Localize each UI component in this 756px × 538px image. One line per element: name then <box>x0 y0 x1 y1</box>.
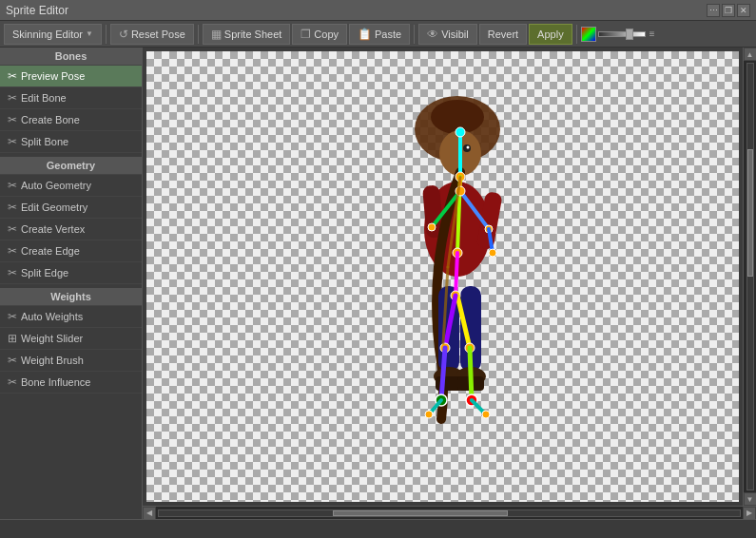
copy-btn[interactable]: Copy <box>292 24 347 45</box>
canvas-content <box>146 51 739 502</box>
scroll-down-btn[interactable]: ▼ <box>744 492 757 506</box>
paste-icon <box>358 28 372 41</box>
edit-bone-btn[interactable]: ✂ Edit Bone <box>0 87 142 109</box>
revert-label: Revert <box>488 29 518 40</box>
svg-point-4 <box>466 146 469 149</box>
status-bar <box>0 519 756 538</box>
geometry-section: Geometry ✂ Auto Geometry ✂ Edit Geometry… <box>0 157 142 284</box>
skinning-editor-btn[interactable]: Skinning Editor ▼ <box>4 24 102 45</box>
left-panel: Bones ✂ Preview Pose ✂ Edit Bone ✂ Creat… <box>0 48 143 519</box>
scroll-right-btn[interactable]: ▶ <box>743 507 756 520</box>
title-bar: Sprite Editor ⋯ ❐ ✕ <box>0 0 756 21</box>
apply-btn[interactable]: Apply <box>529 24 572 45</box>
horizontal-scroll-track[interactable] <box>158 509 741 517</box>
split-bone-btn[interactable]: ✂ Split Bone <box>0 131 142 153</box>
split-bone-icon: ✂ <box>8 135 17 148</box>
visibility-label: Visibil <box>441 29 469 40</box>
horizontal-scrollbar[interactable]: ◀ ▶ <box>143 506 756 519</box>
svg-point-15 <box>456 127 465 137</box>
skinning-editor-label: Skinning Editor <box>12 29 83 40</box>
slider-thumb[interactable] <box>626 29 633 40</box>
character-svg <box>320 77 567 476</box>
auto-geometry-icon: ✂ <box>8 179 17 192</box>
sprite-sheet-label: Sprite Sheet <box>224 29 282 40</box>
minimize-btn[interactable]: ⋯ <box>707 4 720 17</box>
svg-point-38 <box>425 411 433 418</box>
weights-section: Weights ✂ Auto Weights ⊞ Weight Slider ✂… <box>0 288 142 394</box>
preview-pose-btn[interactable]: ✂ Preview Pose <box>0 66 142 87</box>
reset-icon <box>119 28 128 41</box>
visibility-btn[interactable]: Visibil <box>418 24 477 45</box>
close-btn[interactable]: ✕ <box>737 4 750 17</box>
slider-container <box>598 31 646 37</box>
eye-icon <box>427 28 438 41</box>
horizontal-scroll-thumb[interactable] <box>333 510 507 516</box>
vertical-scroll-track[interactable] <box>746 63 754 490</box>
expand-btn[interactable]: ≡ <box>648 29 657 39</box>
create-bone-btn[interactable]: ✂ Create Bone <box>0 109 142 131</box>
canvas-viewport[interactable] <box>146 51 739 502</box>
bone-influence-btn[interactable]: ✂ Bone Influence <box>0 372 142 394</box>
reset-pose-btn[interactable]: Reset Pose <box>110 24 194 45</box>
separator-1 <box>106 25 107 44</box>
create-edge-icon: ✂ <box>8 244 17 258</box>
create-vertex-btn[interactable]: ✂ Create Vertex <box>0 219 142 240</box>
svg-point-36 <box>482 411 490 418</box>
scroll-up-btn[interactable]: ▲ <box>744 48 757 61</box>
svg-line-19 <box>456 253 457 296</box>
bone-influence-icon: ✂ <box>8 375 17 389</box>
edit-geometry-btn[interactable]: ✂ Edit Geometry <box>0 197 142 219</box>
window-title: Sprite Editor <box>6 4 68 17</box>
slider-track[interactable] <box>598 31 646 37</box>
revert-btn[interactable]: Revert <box>479 24 527 45</box>
vertical-scroll-thumb[interactable] <box>747 149 753 277</box>
separator-4 <box>576 25 577 44</box>
sprite-sheet-icon <box>211 28 222 41</box>
apply-label: Apply <box>537 29 564 40</box>
svg-point-24 <box>489 249 496 257</box>
weights-section-header: Weights <box>0 288 142 306</box>
bones-section-header: Bones <box>0 48 142 66</box>
bones-section: Bones ✂ Preview Pose ✂ Edit Bone ✂ Creat… <box>0 48 142 153</box>
window-controls[interactable]: ⋯ ❐ ✕ <box>707 4 750 17</box>
create-edge-btn[interactable]: ✂ Create Edge <box>0 240 142 262</box>
edit-geometry-icon: ✂ <box>8 201 17 214</box>
weight-slider-btn[interactable]: ⊞ Weight Slider <box>0 328 142 350</box>
reset-pose-label: Reset Pose <box>131 29 185 40</box>
sprite-sheet-btn[interactable]: Sprite Sheet <box>203 24 291 45</box>
create-bone-icon: ✂ <box>8 113 17 126</box>
toolbar: Skinning Editor ▼ Reset Pose Sprite Shee… <box>0 21 756 48</box>
copy-label: Copy <box>314 29 339 40</box>
edit-bone-icon: ✂ <box>8 91 17 105</box>
auto-weights-btn[interactable]: ✂ Auto Weights <box>0 306 142 328</box>
vertical-scrollbar[interactable]: ▲ ▼ <box>743 48 756 506</box>
dropdown-arrow-icon: ▼ <box>86 29 93 38</box>
weight-slider-icon: ⊞ <box>8 332 17 345</box>
auto-geometry-btn[interactable]: ✂ Auto Geometry <box>0 175 142 197</box>
weight-brush-btn[interactable]: ✂ Weight Brush <box>0 350 142 372</box>
canvas-area: ▲ ▼ ◀ ▶ <box>143 48 756 519</box>
weight-brush-icon: ✂ <box>8 354 17 367</box>
restore-btn[interactable]: ❐ <box>722 4 735 17</box>
split-edge-icon: ✂ <box>8 266 17 279</box>
preview-pose-icon: ✂ <box>8 69 17 83</box>
separator-2 <box>198 25 199 44</box>
main-layout: Bones ✂ Preview Pose ✂ Edit Bone ✂ Creat… <box>0 48 756 519</box>
scroll-left-btn[interactable]: ◀ <box>143 507 156 520</box>
svg-point-26 <box>428 223 436 231</box>
paste-label: Paste <box>375 29 401 40</box>
create-vertex-icon: ✂ <box>8 222 17 236</box>
split-edge-btn[interactable]: ✂ Split Edge <box>0 262 142 284</box>
separator-3 <box>414 25 415 44</box>
svg-line-29 <box>470 348 472 400</box>
geometry-section-header: Geometry <box>0 157 142 175</box>
auto-weights-icon: ✂ <box>8 310 17 323</box>
color-swatch[interactable] <box>581 27 596 42</box>
copy-icon <box>300 28 311 41</box>
paste-btn[interactable]: Paste <box>349 24 410 45</box>
